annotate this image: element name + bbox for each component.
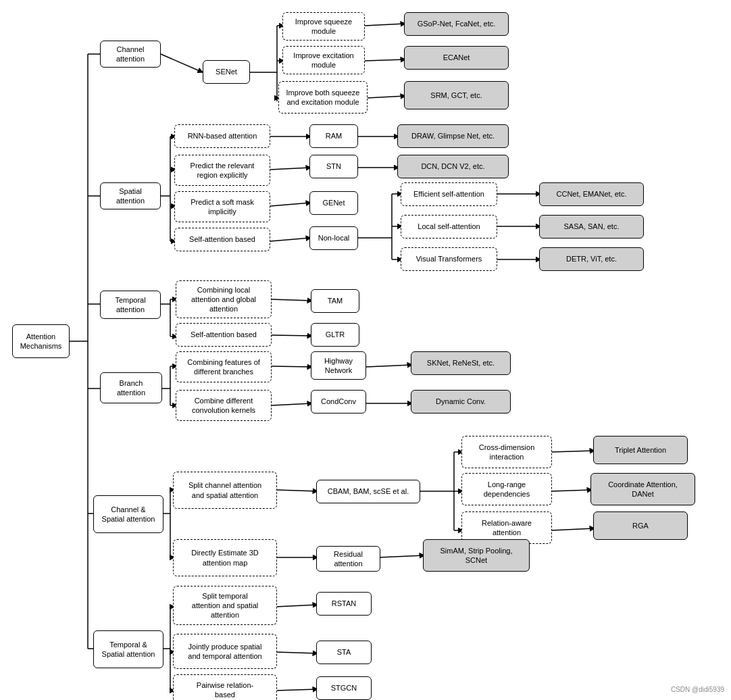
improve-excitation-box: Improve excitationmodule: [282, 46, 365, 74]
split-ch-sp-box: Split channel attentionand spatial atten…: [173, 472, 277, 509]
self-att-based2-box: Self-attention based: [176, 323, 272, 347]
dynamic-conv-box: Dynamic Conv.: [411, 390, 511, 414]
svg-line-63: [551, 528, 595, 530]
svg-line-8: [161, 54, 203, 72]
srm-gct-box: SRM, GCT, etc.: [404, 81, 509, 109]
svg-line-15: [365, 59, 405, 61]
highway-box: HighwayNetwork: [311, 351, 366, 380]
rnn-based-box: RNN-based attention: [174, 124, 270, 148]
rstan-box: RSTAN: [316, 592, 372, 616]
svg-line-72: [276, 652, 318, 653]
watermark: CSDN @didi5939: [671, 686, 724, 693]
svg-line-61: [551, 451, 595, 452]
ccnet-box: CCNet, EMANet, etc.: [539, 182, 644, 206]
dcn-box: DCN, DCN V2, etc.: [397, 155, 509, 178]
residual-att-box: Residualattention: [316, 546, 380, 572]
svg-line-47: [272, 366, 312, 367]
branch-attention-box: Branch attention: [100, 372, 162, 403]
senet-box: SENet: [203, 60, 250, 84]
visual-trans-box: Visual Transformers: [401, 247, 497, 271]
temporal-attention-box: Temporalattention: [100, 291, 161, 319]
rga-box: RGA: [593, 511, 688, 540]
condconv-box: CondConv: [311, 390, 366, 414]
ecanet-box: ECANet: [404, 46, 509, 70]
improve-both-box: Improve both squeezeand excitation modul…: [278, 81, 368, 114]
stgcn-box: STGCN: [316, 676, 372, 700]
svg-line-48: [272, 403, 312, 405]
genet-box: GENet: [309, 191, 358, 215]
long-range-box: Long-rangedependencies: [461, 473, 552, 505]
svg-line-55: [276, 490, 318, 491]
diagram: Attention Mechanisms Channelattention SE…: [0, 0, 731, 700]
jointly-box: Jointly produce spatialand temporal atte…: [173, 634, 277, 669]
temp-sp-attention-box: Temporal &Spatial attention: [93, 630, 163, 668]
channel-attention-box: Channelattention: [100, 41, 161, 68]
root-box: Attention Mechanisms: [12, 324, 70, 358]
svg-line-25: [270, 203, 311, 206]
stn-box: STN: [309, 155, 358, 178]
simam-box: SimAM, Strip Pooling,SCNet: [423, 539, 530, 572]
comb-local-global-box: Combining localattention and globalatten…: [176, 280, 272, 318]
svg-line-49: [366, 365, 412, 367]
gltr-box: GLTR: [311, 323, 359, 347]
direct-3d-box: Directly Estimate 3Dattention map: [173, 539, 277, 576]
cross-dim-box: Cross-dimensioninteraction: [461, 436, 552, 468]
sasa-box: SASA, SAN, etc.: [539, 215, 644, 239]
sta-box: STA: [316, 641, 372, 664]
svg-line-41: [272, 299, 312, 301]
svg-line-73: [276, 689, 318, 691]
pairwise-box: Pairwise relation-based: [173, 674, 277, 700]
triplet-box: Triplet Attention: [593, 436, 688, 464]
comb-conv-box: Combine differentconvolution kernels: [176, 390, 272, 421]
coord-att-box: Coordinate Attention,DANet: [590, 473, 695, 505]
svg-line-16: [367, 96, 405, 98]
ch-sp-attention-box: Channel &Spatial attention: [93, 495, 163, 533]
svg-line-62: [551, 490, 592, 491]
improve-squeeze-box: Improve squeezemodule: [282, 12, 365, 41]
local-self-att-box: Local self-attention: [401, 215, 497, 239]
draw-box: DRAW, Glimpse Net, etc.: [397, 124, 509, 148]
comb-features-box: Combining features ofdifferent branches: [176, 351, 272, 382]
detr-box: DETR, ViT, etc.: [539, 247, 644, 271]
ram-box: RAM: [309, 124, 358, 148]
split-temp-sp-box: Split temporalattention and spatialatten…: [173, 586, 277, 625]
predict-relevant-box: Predict the relevantregion explicitly: [174, 155, 270, 186]
svg-line-24: [270, 168, 311, 170]
self-att-based-box: Self-attention based: [174, 228, 270, 251]
tam-box: TAM: [311, 289, 359, 313]
predict-soft-box: Predict a soft maskimplicitly: [174, 191, 270, 222]
gsop-box: GSoP-Net, FcaNet, etc.: [404, 12, 509, 36]
cbam-box: CBAM, BAM, scSE et al.: [316, 480, 420, 503]
svg-line-14: [365, 24, 405, 26]
svg-line-26: [270, 238, 311, 241]
svg-line-71: [276, 605, 318, 607]
svg-line-42: [272, 335, 312, 336]
eff-self-att-box: Efficient self-attention: [401, 182, 497, 206]
spatial-attention-box: Spatial attention: [100, 182, 161, 209]
sknet-box: SKNet, ReNeSt, etc.: [411, 351, 511, 375]
nonlocal-box: Non-local: [309, 226, 358, 250]
svg-line-65: [378, 555, 424, 557]
